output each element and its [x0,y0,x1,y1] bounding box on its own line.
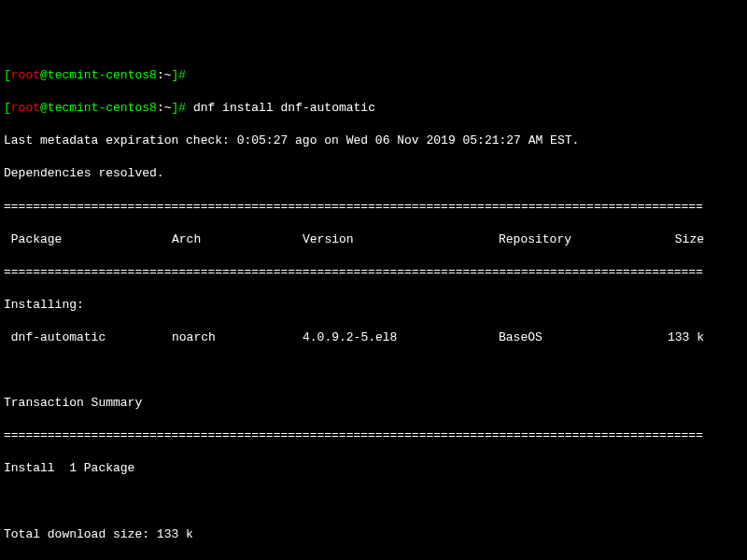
installing-header: Installing: [4,297,743,314]
blank [4,493,743,510]
metadata-line: Last metadata expiration check: 0:05:27 … [4,133,743,149]
package-row: dnf-automaticnoarch4.0.9.2-5.el8BaseOS13… [4,329,743,346]
separator: ========================================… [4,264,743,281]
transaction-summary: Transaction Summary [4,395,743,412]
download-size: Total download size: 133 k [4,526,743,543]
command-text: dnf install dnf-automatic [186,101,375,115]
prompt-line-2: [root@tecmint-centos8:~]# dnf install dn… [4,100,743,117]
prompt-line-1: [root@tecmint-centos8:~]# [4,67,743,84]
separator: ========================================… [4,199,743,216]
install-count: Install 1 Package [4,460,743,477]
blank [4,362,743,379]
separator: ========================================… [4,427,743,444]
header-row: PackageArchVersionRepositorySize [4,231,743,248]
dependencies-line: Dependencies resolved. [4,165,743,182]
